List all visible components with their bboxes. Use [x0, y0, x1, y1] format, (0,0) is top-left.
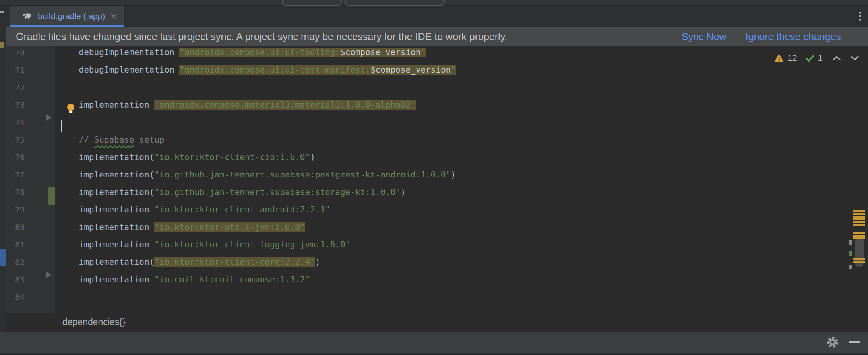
code-token: "io.ktor:ktor-client-cio:1.6.0" — [154, 152, 310, 162]
line-number[interactable]: 79 — [6, 205, 55, 222]
line-number[interactable]: 75 — [6, 135, 55, 152]
line-number[interactable]: 84 — [6, 292, 55, 310]
fold-arrow-icon[interactable] — [46, 272, 51, 278]
code-token: implementation( — [59, 187, 154, 197]
left-strip-olive-marker — [0, 42, 4, 48]
text-caret — [61, 120, 62, 132]
banner-actions: Sync Now Ignore these changes — [682, 31, 868, 42]
code-token: " — [451, 65, 456, 75]
code-token: ) — [451, 170, 456, 179]
code-line[interactable]: implementation("io.github.jan-tennert.su… — [55, 170, 456, 187]
right-margin-guide — [679, 46, 679, 313]
code-token: $compose_version — [370, 65, 451, 75]
code-line[interactable]: implementation("io.ktor:ktor-client-cio:… — [55, 152, 315, 170]
tab-close-icon[interactable] — [110, 13, 117, 20]
warning-count[interactable]: 12 — [787, 53, 797, 63]
code-token: // — [59, 135, 94, 145]
chevron-down-icon[interactable] — [851, 56, 859, 61]
banner-message: Gradle files have changed since last pro… — [16, 31, 507, 42]
code-line[interactable]: implementation "io.ktor:ktor-utils-jvm:1… — [55, 222, 305, 240]
android-studio-window: build.gradle (:app) Gradle files have ch… — [0, 0, 868, 355]
code-line[interactable] — [55, 83, 59, 100]
gear-icon[interactable] — [826, 336, 839, 349]
code-token: " — [420, 48, 426, 57]
line-number[interactable]: 78 — [6, 187, 55, 205]
top-toolbar-cropped — [0, 0, 868, 6]
code-token: implementation — [59, 240, 154, 249]
editor-gutter: 707172737475767778798081828384 — [6, 46, 55, 313]
editor-tab-bar: build.gradle (:app) — [0, 6, 868, 27]
cropped-toolbar-button[interactable] — [345, 0, 445, 6]
warning-triangle-icon[interactable] — [774, 54, 784, 62]
breadcrumb[interactable]: dependencies{} — [62, 317, 126, 328]
tab-label: build.gradle (:app) — [38, 12, 105, 21]
editor-right-boundary — [843, 46, 843, 313]
code-line[interactable]: implementation("io.ktor:ktor-client-core… — [55, 257, 320, 275]
code-token: setup — [134, 135, 165, 145]
code-line[interactable]: implementation "io.ktor:ktor-client-logg… — [55, 240, 350, 257]
code-line[interactable]: implementation("io.github.jan-tennert.su… — [55, 187, 405, 205]
window-bottom-edge — [0, 353, 868, 355]
line-number[interactable]: 81 — [6, 240, 55, 257]
code-token: "io.github.jan-tennert.supabase:postgres… — [154, 170, 451, 179]
breadcrumb-bar: dependencies{} — [6, 313, 868, 332]
left-strip-blue-marker — [0, 249, 6, 266]
code-token: 'androidx.compose.material3:material3:1.… — [154, 100, 415, 110]
code-line[interactable]: implementation 'androidx.compose.materia… — [55, 100, 416, 118]
code-token: implementation — [59, 275, 154, 284]
code-token: "io.ktor:ktor-client-android:2.2.1" — [154, 205, 330, 214]
scrollbar-thumb[interactable] — [855, 237, 864, 267]
hide-panel-icon[interactable] — [849, 341, 860, 343]
code-token: implementation( — [59, 170, 154, 179]
line-number[interactable]: 76 — [6, 152, 55, 170]
kebab-menu-icon[interactable] — [859, 10, 861, 22]
fold-arrow-icon[interactable] — [46, 114, 51, 121]
code-token: "androidx.compose.ui:ui-tooling: — [179, 48, 340, 57]
cropped-edge-element — [0, 11, 4, 13]
code-token: ) — [315, 257, 320, 267]
code-line[interactable]: // Supabase setup — [55, 135, 165, 152]
code-line[interactable]: implementation "io.ktor:ktor-client-andr… — [55, 205, 330, 222]
code-token: implementation — [59, 205, 154, 214]
code-area[interactable]: debugImplementation "androidx.compose.ui… — [55, 46, 868, 313]
inspection-widget: 12 1 — [774, 53, 859, 63]
code-token: "io.ktor:ktor-client-logging-jvm:1.6.0" — [154, 240, 350, 249]
code-token: implementation( — [59, 257, 154, 267]
line-number[interactable]: 70 — [6, 48, 55, 65]
code-token: "io.coil-kt:coil-compose:1.3.2" — [154, 275, 310, 284]
code-token: ) — [401, 187, 406, 197]
ok-check-icon[interactable] — [805, 54, 815, 62]
chevron-up-icon[interactable] — [832, 56, 841, 61]
line-number[interactable]: 80 — [6, 222, 55, 240]
code-editor: 707172737475767778798081828384 debugImpl… — [0, 46, 868, 313]
code-token: debugImplementation — [59, 48, 179, 57]
code-line[interactable]: debugImplementation "androidx.compose.ui… — [55, 48, 426, 65]
code-token: "androidx.compose.ui:ui-test-manifest: — [179, 65, 370, 75]
code-line[interactable] — [55, 118, 59, 135]
code-token: debugImplementation — [59, 65, 179, 75]
code-line[interactable]: debugImplementation "androidx.compose.ui… — [55, 65, 456, 83]
code-token: "io.github.jan-tennert.supabase:storage-… — [154, 187, 401, 197]
code-token: implementation( — [59, 152, 154, 162]
code-token: "io.ktor:ktor-client-core:2.2.4" — [154, 257, 315, 267]
code-line[interactable] — [55, 292, 59, 310]
left-edge-strip — [0, 27, 6, 332]
line-number[interactable]: 72 — [6, 83, 55, 100]
code-token: ) — [310, 152, 315, 162]
tab-build-gradle-app[interactable]: build.gradle (:app) — [10, 6, 124, 27]
code-line[interactable]: implementation "io.coil-kt:coil-compose:… — [55, 275, 310, 292]
sync-now-link[interactable]: Sync Now — [682, 31, 727, 42]
intention-lightbulb-icon[interactable] — [66, 103, 76, 114]
code-token: implementation — [59, 222, 154, 232]
code-token: "io.ktor:ktor-utils-jvm:1.6.0" — [154, 222, 305, 232]
cropped-toolbar-button[interactable] — [282, 0, 342, 6]
gradle-sync-banner: Gradle files have changed since last pro… — [6, 27, 868, 46]
line-number[interactable]: 77 — [6, 170, 55, 187]
vcs-change-marker — [48, 187, 55, 205]
gradle-elephant-icon — [22, 12, 33, 20]
code-token: Supabase — [94, 135, 134, 145]
code-token: $compose_version — [340, 48, 420, 57]
ok-count[interactable]: 1 — [818, 53, 823, 63]
line-number[interactable]: 71 — [6, 65, 55, 83]
ignore-changes-link[interactable]: Ignore these changes — [746, 31, 841, 42]
